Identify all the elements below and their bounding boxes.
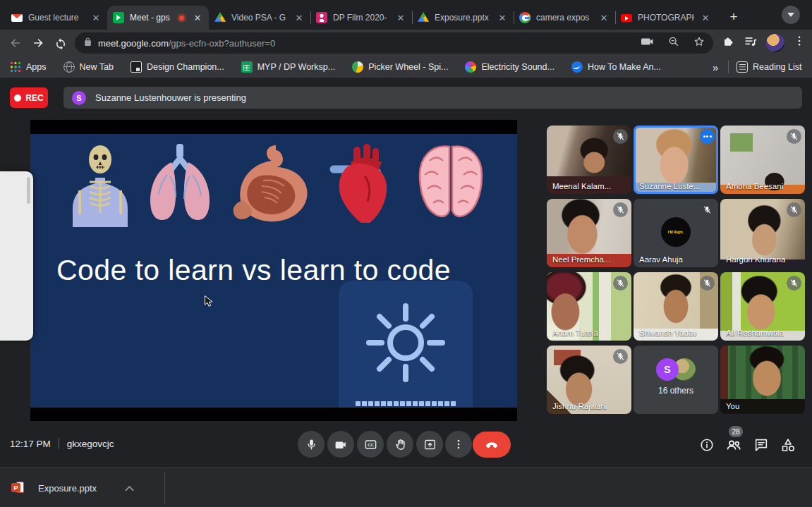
browser-tab[interactable]: PHOTOGRAPH ✕: [615, 6, 717, 30]
divider: [728, 61, 729, 73]
back-button[interactable]: [7, 35, 24, 51]
activities-icon[interactable]: [780, 436, 796, 453]
present-screen-button[interactable]: [416, 431, 443, 458]
tab-close-icon[interactable]: ✕: [90, 12, 102, 23]
downloaded-file-name: Exposure.pptx: [38, 483, 97, 494]
presenting-text: Suzanne Lustenhouwer is presenting: [95, 92, 246, 103]
forward-button[interactable]: [30, 35, 47, 51]
avatar-text: I'M Right.: [668, 230, 684, 234]
profile-avatar[interactable]: [766, 34, 784, 52]
bookmark-item[interactable]: Electricity Sound...: [465, 61, 555, 73]
new-tab-button[interactable]: +: [724, 7, 744, 27]
bookmark-label: Apps: [26, 62, 47, 72]
browser-tab[interactable]: Video PSA - G ✕: [209, 6, 310, 30]
tile-more-options-icon[interactable]: [700, 129, 715, 144]
bookmark-item[interactable]: Picker Wheel - Spi...: [352, 61, 448, 73]
bookmark-item[interactable]: MYP / DP Worksp...: [241, 61, 335, 73]
participant-tile[interactable]: I'M Right. Aarav Ahuja: [634, 199, 718, 267]
end-call-button[interactable]: [473, 432, 511, 458]
participant-tile[interactable]: Ali Reshamwala: [720, 272, 805, 341]
browser-tab[interactable]: Guest lecture ✕: [6, 6, 107, 30]
bookmark-label: Design Champion...: [147, 62, 224, 72]
bookmarks-overflow-chevron[interactable]: »: [713, 61, 718, 73]
participants-icon[interactable]: [725, 436, 742, 453]
bookmark-item[interactable]: New Tab: [63, 61, 114, 73]
tab-search-button[interactable]: [782, 6, 800, 24]
bookmark-favicon-icon: [571, 61, 583, 73]
participant-tile[interactable]: Jishnu Rajwani: [547, 346, 631, 414]
clock-time: 12:17 PM: [10, 439, 51, 449]
chat-icon[interactable]: [753, 436, 770, 453]
browser-tab[interactable]: Exposure.pptx ✕: [412, 6, 514, 30]
slide-images: [30, 144, 517, 227]
participant-tile[interactable]: Suzanne Luste...: [634, 126, 718, 194]
tab-label: DP Film 2020-: [333, 13, 389, 23]
tab-strip: Guest lecture ✕ Meet - gps ✕ Video PSA -…: [0, 0, 812, 30]
tab-favicon-icon: [621, 14, 632, 22]
mouse-cursor: [204, 295, 214, 308]
captions-button[interactable]: CC: [357, 431, 384, 458]
bookmark-favicon-icon: [63, 61, 75, 73]
tab-close-icon[interactable]: ✕: [497, 12, 508, 23]
avatar: S: [656, 358, 679, 381]
downloaded-file-chip[interactable]: Exposure.pptx: [11, 477, 134, 499]
rec-label: REC: [25, 93, 43, 103]
participant-tile[interactable]: Neel Premcha...: [547, 199, 631, 267]
bookmark-label: MYP / DP Worksp...: [257, 62, 335, 72]
participant-tile[interactable]: Hargun Khurana: [720, 199, 805, 267]
tab-close-icon[interactable]: ✕: [395, 12, 406, 23]
mic-muted-icon: [700, 202, 715, 217]
meeting-details-icon[interactable]: [698, 436, 715, 453]
camera-button[interactable]: [327, 431, 354, 458]
url-bar[interactable]: meet.google.com/gps-ecfn-oxb?authuser=0: [75, 32, 713, 54]
tab-close-icon[interactable]: ✕: [598, 12, 610, 23]
download-menu-chevron-icon[interactable]: [125, 485, 134, 491]
reading-list-button[interactable]: Reading List: [737, 61, 802, 73]
participant-tile[interactable]: S 16 others: [634, 346, 718, 414]
lock-icon: [83, 37, 92, 50]
svg-text:CC: CC: [368, 443, 374, 447]
background-window-peek[interactable]: [0, 171, 33, 341]
tab-close-icon[interactable]: ✕: [192, 12, 203, 23]
tab-label: camera expos: [536, 13, 593, 23]
tab-favicon-icon: [11, 14, 23, 22]
tab-close-icon[interactable]: ✕: [293, 12, 305, 23]
bookmark-star-icon[interactable]: [693, 36, 705, 50]
meeting-footer-info: 12:17 PM gkxegovcjc: [10, 438, 114, 449]
participant-tile[interactable]: You: [720, 346, 805, 414]
browser-tab[interactable]: DP Film 2020- ✕: [310, 6, 412, 30]
participant-tile[interactable]: Shivansh Yadav: [634, 272, 718, 341]
bookmark-label: Picker Wheel - Spi...: [368, 62, 448, 72]
powerpoint-file-icon: [11, 481, 25, 495]
slide: Code to learn vs learn to code: [30, 134, 517, 408]
bookmark-favicon-icon: [10, 61, 21, 73]
zoom-out-icon[interactable]: [668, 36, 679, 50]
media-controls-icon[interactable]: [744, 35, 758, 49]
mic-muted-icon: [613, 129, 628, 144]
participant-tile[interactable]: Amoha Beesani: [720, 126, 805, 194]
raise-hand-button[interactable]: [387, 431, 413, 458]
microphone-button[interactable]: [298, 431, 325, 458]
reload-button[interactable]: [52, 35, 69, 51]
mic-muted-icon: [787, 202, 801, 217]
rec-dot-icon: [14, 94, 21, 102]
participant-tile[interactable]: Agam Tuteja: [547, 272, 631, 341]
brightness-hud: [339, 281, 473, 408]
mic-muted-icon: [613, 202, 628, 217]
more-options-button[interactable]: [445, 431, 472, 458]
browser-tab[interactable]: camera expos ✕: [514, 6, 615, 30]
extensions-icon[interactable]: [721, 35, 735, 49]
browser-menu-icon[interactable]: [793, 35, 806, 47]
participant-tile[interactable]: Meenal Kalam...: [547, 126, 631, 194]
tab-close-icon[interactable]: ✕: [700, 12, 711, 23]
mic-muted-icon: [613, 349, 628, 364]
camera-permission-icon[interactable]: [641, 37, 654, 49]
skeleton-image: [70, 144, 131, 227]
bookmark-item[interactable]: Apps: [10, 61, 47, 73]
bookmark-item[interactable]: Design Champion...: [131, 61, 224, 73]
browser-tab[interactable]: Meet - gps ✕: [107, 6, 209, 30]
tab-favicon-icon: [316, 12, 327, 23]
bookmark-item[interactable]: How To Make An...: [571, 61, 661, 73]
participant-name: Hargun Khurana: [726, 255, 785, 264]
brain-image: [414, 144, 487, 220]
